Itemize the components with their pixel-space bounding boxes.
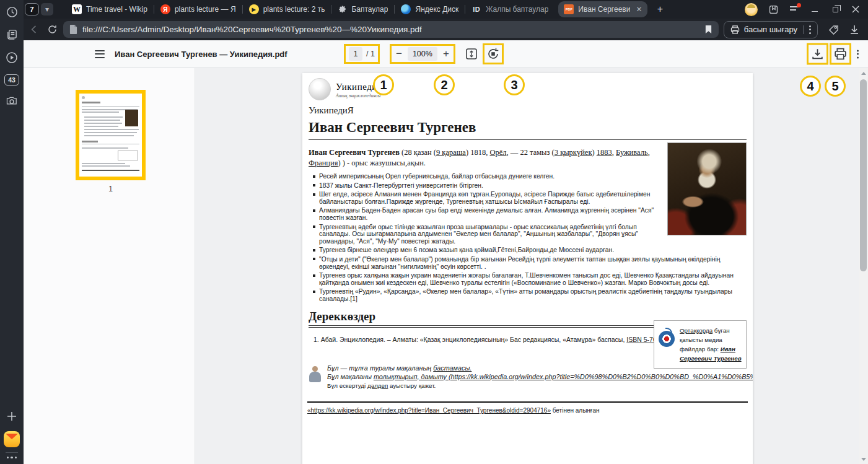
scroll-down-arrow[interactable]: [861, 458, 866, 461]
thumbnail-page-number: 1: [76, 185, 146, 193]
tab-plants-lecture-video[interactable]: ▶ plants lecture: 2 ть: [243, 0, 331, 19]
list-item: 1837 жылы Санкт-Петербургтегі университе…: [319, 182, 747, 190]
pdf-menu-icon[interactable]: [95, 50, 105, 58]
tab-yandex-disk[interactable]: Яндекс Диск: [395, 0, 465, 19]
commons-media-box: Ортаққорда бұған қатысты медиа файлдар б…: [654, 320, 747, 369]
tab-count-badge[interactable]: 7: [25, 3, 39, 15]
new-tab-button[interactable]: +: [652, 2, 667, 17]
tabs-strip: W Time travel - Wikip Я plants lecture —…: [66, 0, 667, 19]
article-title: Иван Сергеевич Тургенев: [309, 120, 747, 140]
link[interactable]: 1883: [597, 148, 612, 157]
current-page-input[interactable]: 1: [349, 47, 362, 61]
zoom-in-button[interactable]: +: [442, 48, 450, 60]
pdf-toolbar-right: [807, 43, 859, 65]
print-highlight: [830, 43, 851, 65]
callout-1: 1: [373, 74, 394, 95]
file-icon: [69, 25, 77, 34]
tab-label: plants lecture: 2 ть: [263, 5, 325, 14]
add-panel-icon[interactable]: [4, 409, 19, 424]
list-item: Алманиядағы Баден-Баден арасан суы бар е…: [319, 207, 747, 221]
tab-counter[interactable]: 7 ▾: [25, 3, 53, 15]
restore-window-button[interactable]: [830, 4, 840, 14]
screenshot-camera-icon[interactable]: [4, 94, 19, 108]
print-more-icon[interactable]: [809, 25, 811, 34]
vertical-scrollbar[interactable]: [859, 68, 868, 464]
sidebar-divider: [6, 452, 18, 453]
tag-collections-icon[interactable]: [828, 24, 840, 35]
link[interactable]: дәлдеп: [367, 382, 388, 389]
tab-label: Иван Сергееви: [578, 5, 630, 14]
scrollbar-thumb[interactable]: [860, 79, 867, 271]
thumbnail-preview: [79, 94, 142, 177]
yandex-mail-icon[interactable]: [4, 431, 20, 447]
link[interactable]: 3 қыркүйек: [555, 148, 592, 157]
chevron-down-icon[interactable]: ▾: [41, 3, 53, 15]
list-item: Тургенев бірнеше өлеңдер мен 6 поэма жаз…: [319, 247, 747, 254]
retrieved-from-line: «https://kk.wikipedia.org/w/index.php?ti…: [307, 407, 600, 414]
pdf-more-icon[interactable]: [857, 50, 859, 58]
printer-icon: [730, 25, 740, 34]
link[interactable]: Франция: [309, 159, 338, 167]
close-window-button[interactable]: [851, 4, 861, 14]
browser-window: 43 7 ▾ W Time travel - Wikip: [0, 0, 868, 464]
url-text[interactable]: file:///C:/Users/Admin/Desktop/Иван%20Се…: [82, 25, 699, 34]
rotate-icon[interactable]: [486, 47, 500, 61]
downloads-icon[interactable]: [849, 25, 859, 35]
callout-5: 5: [825, 76, 846, 97]
sidebar-more-icon[interactable]: [7, 457, 17, 459]
print-icon[interactable]: [833, 47, 848, 61]
stub-notice: Бұл — тұлға туралы мақаланың бастамасы. …: [309, 364, 753, 390]
article-bullet-list: Ресей империясының Орел губерниясында, б…: [309, 173, 747, 303]
zoom-out-button[interactable]: −: [395, 48, 403, 60]
bookmark-icon[interactable]: [704, 25, 712, 34]
history-icon[interactable]: [4, 4, 19, 19]
site-name-line: УикипедиЯ: [309, 105, 747, 116]
edit-link[interactable]: толықтырып, дамыту: [374, 373, 447, 380]
browser-menu-icon[interactable]: [789, 5, 799, 14]
tab-label: Яндекс Диск: [415, 5, 458, 14]
url-field[interactable]: file:///C:/Users/Admin/Desktop/Иван%20Се…: [63, 21, 719, 38]
permalink[interactable]: «https://kk.wikipedia.org/w/index.php?ti…: [307, 407, 551, 414]
list-item: Тургеневтің «Рудин», «Қарсаңда», «Әкелер…: [319, 288, 747, 302]
download-icon[interactable]: [810, 47, 825, 61]
tab-bar: 7 ▾ W Time travel - Wikip Я plants lectu…: [24, 0, 868, 19]
scroll-up-arrow[interactable]: [861, 72, 866, 75]
close-tab-icon[interactable]: ✕: [636, 5, 642, 14]
link[interactable]: бастамасы.: [433, 364, 471, 372]
yandex-icon: Я: [160, 4, 170, 14]
tab-time-travel[interactable]: W Time travel - Wikip: [66, 0, 154, 19]
back-icon[interactable]: [28, 24, 40, 36]
fit-to-page-icon[interactable]: [465, 47, 478, 61]
wikipedia-globe-logo: [309, 78, 331, 100]
list-item: Тургенев орыс халқына жақын украин мәден…: [319, 272, 747, 286]
weather-badge[interactable]: 43: [4, 74, 19, 85]
page-indicator-highlight: 1 / 1: [344, 44, 380, 64]
tab-active-pdf[interactable]: PDF Иван Сергееви ✕: [558, 1, 647, 17]
total-pages-label: / 1: [366, 50, 375, 58]
tab-plants-lecture-search[interactable]: Я plants lecture — Я: [154, 0, 242, 19]
link[interactable]: Орёл: [489, 148, 506, 157]
document-viewport[interactable]: УикипедиЯ Ашық энциклопедиясы УикипедиЯ …: [195, 68, 859, 464]
list-item: Шет елде, әсіресе Алмания менен Францияд…: [319, 191, 747, 205]
tabs-panel-icon[interactable]: [4, 27, 19, 42]
browser-main: 7 ▾ W Time travel - Wikip Я plants lectu…: [24, 0, 868, 464]
zoom-level-value[interactable]: 100%: [408, 47, 437, 61]
play-icon: ▶: [249, 4, 259, 14]
page-thumbnail[interactable]: [76, 90, 146, 180]
tab-settings[interactable]: Баптаулар: [331, 0, 394, 19]
tab-label: Time travel - Wikip: [86, 5, 147, 14]
person-stub-icon: [309, 366, 322, 383]
print-page-button[interactable]: басып шығару: [724, 21, 818, 38]
collections-panel-icon[interactable]: [768, 4, 779, 15]
wikipedia-icon: W: [72, 4, 82, 14]
callout-2: 2: [434, 74, 455, 95]
profile-avatar[interactable]: [745, 3, 758, 16]
tab-general-settings[interactable]: ID Жалпы баптаулар: [465, 0, 555, 19]
link[interactable]: Буживаль: [616, 148, 648, 157]
minimize-button[interactable]: [810, 4, 820, 14]
commons-link[interactable]: Ортаққорда: [680, 327, 712, 334]
reload-icon[interactable]: [46, 24, 58, 36]
link[interactable]: 9 қараша: [436, 148, 466, 157]
stub-line-3: Бұл ескертуді дәлдеп ауыстыру қажет.: [327, 382, 753, 390]
video-play-icon[interactable]: [4, 50, 19, 65]
